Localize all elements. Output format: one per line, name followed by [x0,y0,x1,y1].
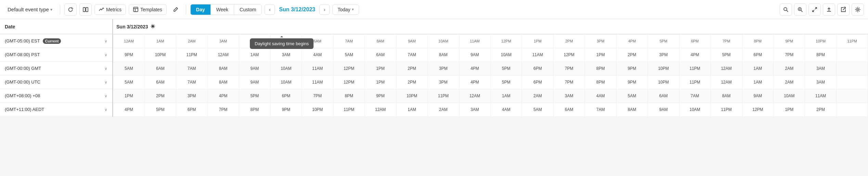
time-cell: 12AM [711,75,742,89]
tz-chevron-aedt[interactable]: ∨ [104,107,107,112]
edit-icon-btn[interactable] [169,3,182,16]
time-cell: 3PM [427,62,459,75]
upload-icon-btn[interactable] [823,3,835,16]
refresh-icon-btn[interactable] [64,3,77,16]
time-cell: 7PM [207,103,239,116]
tz-label-plus8: (GMT+08:00) +08 [5,93,40,98]
share-icon [841,7,846,12]
main-area: Date (GMT-05:00) ESTCurrent∨(GMT-08:00) … [0,19,868,117]
time-cell: 11AM [522,48,553,62]
time-cell: 3PM [176,89,207,103]
time-table: 12AM1AM2AM3AM4AM5AM6AM7AM8AM9AM10AM11AM1… [113,34,868,117]
time-cell: 5PM [711,48,742,62]
timezone-rows: (GMT-05:00) ESTCurrent∨(GMT-08:00) PST∨(… [0,34,112,116]
time-cell: 6PM [679,34,711,48]
time-cell: 5PM [239,89,270,103]
time-cell: 5PM [490,75,522,89]
time-cell: 2AM [176,34,207,48]
time-cell: 12PM [742,103,774,116]
time-cell: 6PM [742,48,774,62]
time-cell: 11AM [302,62,333,75]
time-cell: 1AM [742,62,774,75]
time-cell: 2PM [396,75,427,89]
time-cell: 4AM [239,34,270,48]
time-cell: 1AM [742,75,774,89]
upload-icon [826,7,832,12]
grid-header: Sun 3/12/2023 ☀ [113,19,868,34]
pencil-icon [173,7,178,12]
time-cell: 12AM [365,103,396,116]
time-cell: 3PM [427,75,459,89]
time-cell: 11PM [711,103,742,116]
search-icon [783,7,789,12]
nav-next-button[interactable]: › [319,4,330,15]
timezone-row-plus8: (GMT+08:00) +08∨ [0,89,112,103]
time-cell: 6AM [144,75,176,89]
time-cell: 3PM [648,48,679,62]
time-cell: 10AM [270,62,302,75]
expand-icon-btn[interactable] [808,3,821,16]
time-cell: 3AM [207,34,239,48]
time-cell: 8PM [585,62,616,75]
time-cell: 8PM [333,89,365,103]
time-cell: 1AM [239,48,270,62]
time-grid: 12AM1AM2AM3AM4AM5AM6AM7AM8AM9AM10AM11AM1… [113,34,868,117]
template-icon [133,7,138,12]
time-cell: 11PM [427,89,459,103]
time-cell [837,89,868,103]
time-cell: 3AM [459,103,490,116]
time-cell: 7AM [176,75,207,89]
zoom-in-icon-btn[interactable] [794,3,806,16]
nav-prev-button[interactable]: ‹ [265,4,275,15]
templates-button[interactable]: Templates [129,4,167,15]
svg-point-15 [857,9,859,10]
time-cell: 10AM [270,75,302,89]
view-week-button[interactable]: Week [211,4,234,15]
tz-chevron-est[interactable]: ∨ [104,39,107,43]
time-cell: 10PM [144,48,176,62]
time-cell [837,75,868,89]
time-cell: 9AM [239,75,270,89]
time-cell: 7PM [302,89,333,103]
time-cell: 7AM [585,103,616,116]
tz-chevron-utc[interactable]: ∨ [104,80,107,85]
view-custom-button[interactable]: Custom [234,4,261,15]
time-cell: 5AM [522,103,553,116]
time-cell: 10PM [648,62,679,75]
columns-icon-btn[interactable] [79,3,92,16]
time-cell: 10PM [302,103,333,116]
time-cell: 7PM [711,34,742,48]
tz-chevron-pst[interactable]: ∨ [104,52,107,57]
time-cell: 7AM [176,62,207,75]
event-type-selector[interactable]: Default event type ▾ [4,4,56,14]
settings-icon-btn[interactable] [852,3,864,16]
time-cell: 4PM [679,48,711,62]
time-cell: 2PM [144,89,176,103]
tz-chevron-gmt[interactable]: ∨ [104,66,107,71]
time-cell: 4AM [302,48,333,62]
time-cell: 11PM [837,34,868,48]
time-cell: 6AM [365,48,396,62]
metrics-button[interactable]: Metrics [94,4,126,15]
time-cell: 11PM [679,75,711,89]
time-cell: 3AM [553,89,585,103]
date-display: Sun 3/12/2023 [276,7,318,13]
timezone-row-est: (GMT-05:00) ESTCurrent∨ [0,34,112,48]
view-day-button[interactable]: Day [191,4,211,15]
time-cell: 7AM [333,34,365,48]
time-cell: 2PM [616,48,648,62]
share-icon-btn[interactable] [837,3,850,16]
time-cell: 4PM [113,103,145,116]
timezone-row-aedt: (GMT+11:00) AEDT∨ [0,103,112,116]
time-cell: 9AM [239,62,270,75]
today-button[interactable]: Today ▾ [332,4,359,15]
search-icon-btn[interactable] [780,3,792,16]
time-cell: 9PM [616,75,648,89]
tz-label-est: (GMT-05:00) EST [5,38,40,43]
tz-chevron-plus8[interactable]: ∨ [104,93,107,98]
time-cell: 1PM [365,62,396,75]
toolbar: Default event type ▾ Metrics Templates [0,0,868,19]
time-cell: 1AM [144,34,176,48]
svg-line-8 [801,10,802,12]
time-cell: 12PM [333,62,365,75]
